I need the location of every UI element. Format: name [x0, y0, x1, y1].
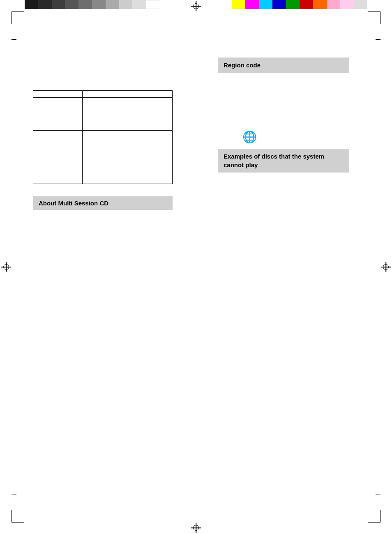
section-header-label: About Multi Session CD [39, 200, 108, 207]
tick-mark [376, 39, 380, 40]
section-header-examples: Examples of discs that the system cannot… [218, 149, 349, 173]
swatch [38, 0, 52, 9]
tick-mark [376, 495, 380, 495]
table-row [33, 131, 173, 184]
swatch [286, 0, 300, 9]
top-bar-right [232, 0, 367, 9]
swatch [313, 0, 327, 9]
globe-icon-container: 🌐 [218, 130, 363, 144]
section-header-region-code: Region code [218, 58, 349, 73]
swatch [259, 0, 272, 9]
swatch [245, 0, 259, 9]
swatch [146, 0, 160, 9]
crosshair-top [191, 1, 201, 11]
table-cell [82, 131, 172, 184]
region-table [33, 90, 173, 184]
swatch [106, 0, 119, 9]
swatch [232, 0, 245, 9]
tick-mark [12, 39, 16, 40]
swatch [52, 0, 65, 9]
swatch [132, 0, 146, 9]
left-column: About Multi Session CD [25, 25, 205, 509]
crosshair-bottom [191, 523, 201, 533]
tick-mark [12, 495, 16, 495]
globe-icon: 🌐 [242, 130, 363, 144]
corner-mark-bl [12, 510, 24, 522]
swatch [272, 0, 286, 9]
swatch [78, 0, 92, 9]
swatch [300, 0, 313, 9]
swatch [25, 0, 38, 9]
table-header-col2 [82, 91, 172, 98]
right-column: Region code 🌐 Examples of discs that the… [205, 25, 367, 509]
top-bar-left [25, 0, 160, 9]
crosshair-left [1, 262, 11, 272]
corner-mark-br [368, 510, 380, 522]
section-header-label: Examples of discs that the system cannot… [224, 153, 324, 168]
table-cell [33, 131, 83, 184]
section-header-label: Region code [224, 62, 261, 69]
table-row [33, 98, 173, 131]
corner-mark-tl [12, 12, 24, 24]
table-cell [33, 98, 83, 131]
swatch [65, 0, 78, 9]
swatch [119, 0, 133, 9]
swatch [92, 0, 106, 9]
swatch [354, 0, 367, 9]
table-header-col1 [33, 91, 83, 98]
swatch [340, 0, 354, 9]
corner-mark-tr [368, 12, 380, 24]
swatch [327, 0, 340, 9]
section-header-multi-session: About Multi Session CD [33, 196, 173, 210]
crosshair-right [381, 262, 391, 272]
table-cell [82, 98, 172, 131]
content-area: About Multi Session CD Region code 🌐 Exa… [25, 25, 367, 509]
